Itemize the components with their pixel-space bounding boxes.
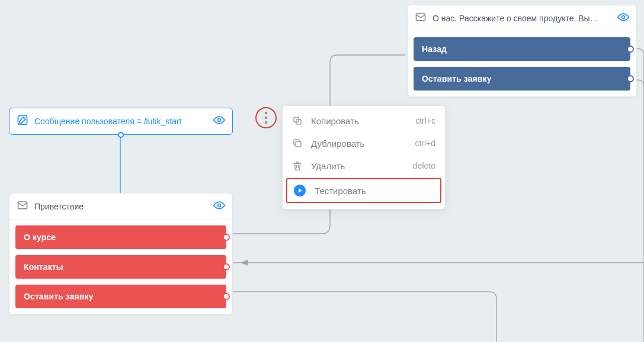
eye-icon[interactable]: [617, 11, 629, 25]
node-output-port[interactable]: [118, 132, 124, 138]
ctx-item-test-highlight: Тестировать: [286, 178, 441, 203]
svg-rect-12: [296, 141, 301, 147]
button-label: Оставить заявку: [422, 74, 492, 83]
button-back[interactable]: Назад: [414, 37, 630, 61]
more-button[interactable]: [255, 107, 277, 128]
button-label: Контакты: [24, 262, 63, 272]
svg-marker-0: [241, 260, 248, 266]
ctx-shortcut: ctrl+c: [415, 116, 435, 125]
button-leave-request[interactable]: Оставить заявку: [414, 67, 630, 91]
button-label: Назад: [422, 44, 447, 54]
ctx-shortcut: ctrl+d: [415, 138, 435, 148]
edit-icon: [17, 114, 28, 128]
output-port[interactable]: [627, 75, 634, 82]
ctx-item-duplicate[interactable]: Дублировать ctrl+d: [283, 132, 445, 154]
node-title: Приветствие: [34, 202, 207, 211]
button-label: Оставить заявку: [24, 292, 94, 301]
ctx-item-copy[interactable]: Копировать ctrl+c: [283, 109, 445, 132]
svg-point-9: [265, 121, 267, 124]
ctx-label: Тестировать: [315, 186, 366, 196]
button-about-course[interactable]: О курсе: [15, 225, 226, 249]
node-greeting[interactable]: Приветствие О курсе Контакты Оставить за…: [9, 193, 233, 315]
svg-point-7: [265, 112, 267, 114]
button-leave-request[interactable]: Оставить заявку: [15, 285, 226, 308]
output-port[interactable]: [627, 46, 634, 53]
svg-point-8: [265, 117, 267, 119]
ctx-label: Копировать: [311, 116, 359, 126]
svg-point-6: [622, 16, 625, 19]
ctx-item-test[interactable]: Тестировать: [287, 179, 440, 202]
svg-point-4: [218, 204, 221, 207]
button-label: О курсе: [24, 233, 56, 242]
eye-icon[interactable]: [213, 114, 225, 128]
output-port[interactable]: [223, 234, 230, 241]
mail-icon: [415, 11, 427, 25]
node-title: О нас. Расскажите о своем продукте. Вы…: [432, 14, 611, 23]
ctx-item-delete[interactable]: Удалить delete: [283, 154, 445, 177]
context-menu: Копировать ctrl+c Дублировать ctrl+d Уда…: [282, 105, 446, 209]
mail-icon: [17, 199, 28, 213]
ctx-label: Удалить: [311, 161, 345, 171]
ctx-label: Дублировать: [311, 138, 364, 149]
output-port[interactable]: [223, 293, 230, 300]
svg-point-2: [218, 119, 221, 122]
eye-icon[interactable]: [213, 199, 225, 213]
node-user-message[interactable]: Сообщение пользователя = /lutik_start: [9, 108, 233, 135]
node-about[interactable]: О нас. Расскажите о своем продукте. Вы… …: [407, 5, 637, 97]
button-contacts[interactable]: Контакты: [15, 255, 226, 279]
output-port[interactable]: [223, 263, 230, 270]
node-title: Сообщение пользователя = /lutik_start: [34, 117, 207, 126]
ctx-shortcut: delete: [413, 161, 435, 170]
